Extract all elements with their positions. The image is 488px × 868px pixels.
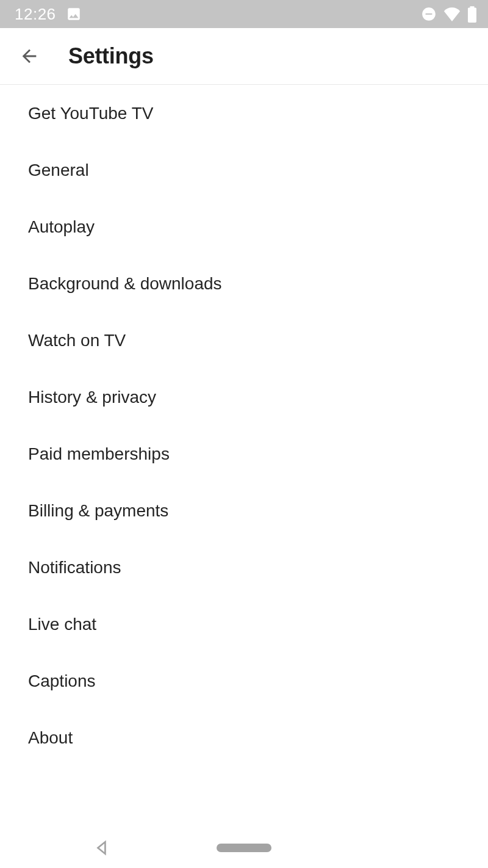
settings-item-label: History & privacy xyxy=(28,388,156,407)
image-icon xyxy=(66,6,82,22)
settings-item-about[interactable]: About xyxy=(0,709,488,766)
settings-item-autoplay[interactable]: Autoplay xyxy=(0,198,488,255)
settings-item-label: Paid memberships xyxy=(28,444,170,464)
settings-item-label: General xyxy=(28,161,89,180)
settings-item-label: About xyxy=(28,728,73,748)
nav-back-button[interactable] xyxy=(94,840,110,856)
settings-item-general[interactable]: General xyxy=(0,142,488,198)
settings-item-label: Background & downloads xyxy=(28,274,222,294)
battery-icon xyxy=(467,5,477,23)
settings-item-get-youtube-tv[interactable]: Get YouTube TV xyxy=(0,85,488,142)
settings-item-live-chat[interactable]: Live chat xyxy=(0,596,488,653)
arrow-back-icon xyxy=(19,46,40,67)
settings-item-label: Notifications xyxy=(28,558,121,577)
settings-item-notifications[interactable]: Notifications xyxy=(0,539,488,596)
status-time: 12:26 xyxy=(15,5,56,24)
status-bar-right xyxy=(421,5,477,23)
nav-home-pill[interactable] xyxy=(217,844,271,852)
settings-item-label: Get YouTube TV xyxy=(28,104,154,123)
wifi-icon xyxy=(443,7,461,21)
settings-item-billing-payments[interactable]: Billing & payments xyxy=(0,482,488,539)
settings-item-watch-on-tv[interactable]: Watch on TV xyxy=(0,312,488,369)
app-bar: Settings xyxy=(0,28,488,85)
settings-item-label: Billing & payments xyxy=(28,501,168,521)
status-bar-left: 12:26 xyxy=(15,5,82,24)
back-button[interactable] xyxy=(12,39,46,73)
settings-list: Get YouTube TV General Autoplay Backgrou… xyxy=(0,85,488,766)
settings-item-label: Autoplay xyxy=(28,217,95,237)
status-bar: 12:26 xyxy=(0,0,488,28)
settings-item-label: Watch on TV xyxy=(28,331,126,350)
navigation-bar xyxy=(0,828,488,868)
page-title: Settings xyxy=(68,43,154,69)
settings-item-label: Captions xyxy=(28,671,96,691)
settings-item-history-privacy[interactable]: History & privacy xyxy=(0,369,488,425)
settings-item-captions[interactable]: Captions xyxy=(0,653,488,709)
do-not-disturb-icon xyxy=(421,6,437,22)
settings-item-paid-memberships[interactable]: Paid memberships xyxy=(0,425,488,482)
settings-item-label: Live chat xyxy=(28,615,96,634)
settings-item-background-downloads[interactable]: Background & downloads xyxy=(0,255,488,312)
